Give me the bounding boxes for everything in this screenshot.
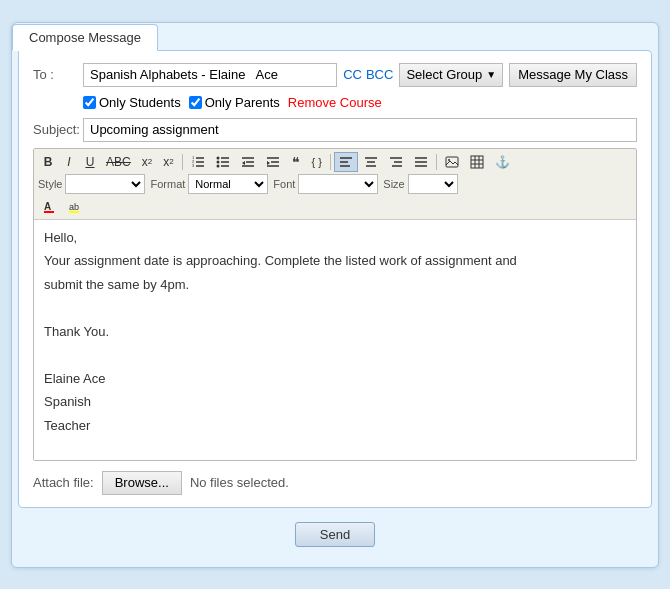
size-select[interactable] bbox=[408, 174, 458, 194]
align-right-button[interactable] bbox=[384, 152, 408, 172]
only-parents-option[interactable]: Only Parents bbox=[189, 95, 280, 110]
subscript-button[interactable]: x2 bbox=[137, 152, 157, 172]
only-parents-label: Only Parents bbox=[205, 95, 280, 110]
editor-sig-title: Teacher bbox=[44, 416, 626, 436]
svg-point-11 bbox=[216, 164, 219, 167]
outdent-button[interactable] bbox=[236, 152, 260, 172]
browse-button[interactable]: Browse... bbox=[102, 471, 182, 495]
svg-rect-34 bbox=[471, 156, 483, 168]
only-parents-checkbox[interactable] bbox=[189, 96, 202, 109]
font-color-button[interactable]: A bbox=[38, 196, 62, 216]
select-group-label: Select Group bbox=[406, 67, 482, 82]
format-label: Format bbox=[150, 178, 185, 190]
strikethrough-button[interactable]: ABC bbox=[101, 152, 136, 172]
editor-line-2: Your assignment date is approaching. Com… bbox=[44, 251, 626, 271]
send-row: Send bbox=[12, 522, 658, 547]
no-file-text: No files selected. bbox=[190, 475, 289, 490]
style-label: Style bbox=[38, 178, 62, 190]
bg-color-button[interactable]: ab bbox=[63, 196, 87, 216]
select-group-button[interactable]: Select Group ▼ bbox=[399, 63, 503, 87]
bg-color-icon: ab bbox=[68, 199, 82, 213]
font-label: Font bbox=[273, 178, 295, 190]
message-my-class-label: Message My Class bbox=[518, 67, 628, 82]
svg-point-10 bbox=[216, 160, 219, 163]
editor-line-4 bbox=[44, 298, 626, 318]
svg-text:3: 3 bbox=[192, 163, 195, 168]
browse-label: Browse... bbox=[115, 475, 169, 490]
font-color-icon: A bbox=[43, 199, 57, 213]
superscript-button[interactable]: x2 bbox=[158, 152, 178, 172]
align-center-button[interactable] bbox=[359, 152, 383, 172]
svg-point-9 bbox=[216, 156, 219, 159]
editor-line-3: submit the same by 4pm. bbox=[44, 275, 626, 295]
anchor-button[interactable]: ⚓ bbox=[490, 152, 515, 172]
outdent-icon bbox=[241, 155, 255, 169]
send-label: Send bbox=[320, 527, 350, 542]
table-button[interactable] bbox=[465, 152, 489, 172]
toolbar-row-3: A ab bbox=[38, 196, 632, 216]
editor-sig-subject: Spanish bbox=[44, 392, 626, 412]
indent-button[interactable] bbox=[261, 152, 285, 172]
size-label: Size bbox=[383, 178, 404, 190]
subject-label: Subject: bbox=[33, 122, 83, 137]
svg-text:ab: ab bbox=[69, 202, 79, 212]
editor-toolbar: B I U ABC x2 x2 123 bbox=[34, 149, 636, 220]
align-left-icon bbox=[339, 155, 353, 169]
svg-rect-40 bbox=[44, 211, 54, 213]
ordered-list-button[interactable]: 123 bbox=[186, 152, 210, 172]
align-left-button[interactable] bbox=[334, 152, 358, 172]
font-select[interactable] bbox=[298, 174, 378, 194]
only-students-option[interactable]: Only Students bbox=[83, 95, 181, 110]
code-button[interactable]: { } bbox=[307, 152, 327, 172]
italic-button[interactable]: I bbox=[59, 152, 79, 172]
toolbar-separator-2 bbox=[330, 154, 331, 170]
editor-sig-spacer bbox=[44, 345, 626, 365]
svg-rect-42 bbox=[69, 211, 79, 213]
underline-button[interactable]: U bbox=[80, 152, 100, 172]
svg-marker-19 bbox=[267, 161, 270, 165]
cc-link[interactable]: CC bbox=[343, 67, 362, 82]
compose-message-tab[interactable]: Compose Message bbox=[12, 24, 158, 51]
bcc-link[interactable]: BCC bbox=[366, 67, 393, 82]
toolbar-separator-1 bbox=[182, 154, 183, 170]
table-icon bbox=[470, 155, 484, 169]
svg-marker-15 bbox=[242, 161, 245, 165]
svg-text:A: A bbox=[44, 201, 51, 212]
unordered-list-button[interactable] bbox=[211, 152, 235, 172]
bold-button[interactable]: B bbox=[38, 152, 58, 172]
attach-label: Attach file: bbox=[33, 475, 94, 490]
style-select[interactable] bbox=[65, 174, 145, 194]
indent-icon bbox=[266, 155, 280, 169]
align-center-icon bbox=[364, 155, 378, 169]
to-input[interactable] bbox=[83, 63, 337, 87]
align-right-icon bbox=[389, 155, 403, 169]
editor-line-1: Hello, bbox=[44, 228, 626, 248]
unordered-list-icon bbox=[216, 155, 230, 169]
attach-row: Attach file: Browse... No files selected… bbox=[33, 471, 637, 495]
svg-rect-32 bbox=[446, 157, 458, 167]
image-icon bbox=[445, 155, 459, 169]
justify-button[interactable] bbox=[409, 152, 433, 172]
toolbar-row-1: B I U ABC x2 x2 123 bbox=[38, 152, 632, 172]
to-label: To : bbox=[33, 67, 83, 82]
subject-input[interactable] bbox=[83, 118, 637, 142]
only-students-label: Only Students bbox=[99, 95, 181, 110]
toolbar-separator-3 bbox=[436, 154, 437, 170]
tab-label: Compose Message bbox=[29, 30, 141, 45]
toolbar-row-2: Style Format Normal Font Size bbox=[38, 174, 632, 194]
ordered-list-icon: 123 bbox=[191, 155, 205, 169]
message-my-class-button[interactable]: Message My Class bbox=[509, 63, 637, 87]
blockquote-button[interactable]: ❝ bbox=[286, 152, 306, 172]
editor-thank-you: Thank You. bbox=[44, 322, 626, 342]
send-button[interactable]: Send bbox=[295, 522, 375, 547]
justify-icon bbox=[414, 155, 428, 169]
editor-sig-name: Elaine Ace bbox=[44, 369, 626, 389]
format-select[interactable]: Normal bbox=[188, 174, 268, 194]
editor-container: B I U ABC x2 x2 123 bbox=[33, 148, 637, 461]
only-students-checkbox[interactable] bbox=[83, 96, 96, 109]
dropdown-arrow-icon: ▼ bbox=[486, 69, 496, 80]
remove-course-link[interactable]: Remove Course bbox=[288, 95, 382, 110]
editor-body[interactable]: Hello, Your assignment date is approachi… bbox=[34, 220, 636, 460]
image-button[interactable] bbox=[440, 152, 464, 172]
